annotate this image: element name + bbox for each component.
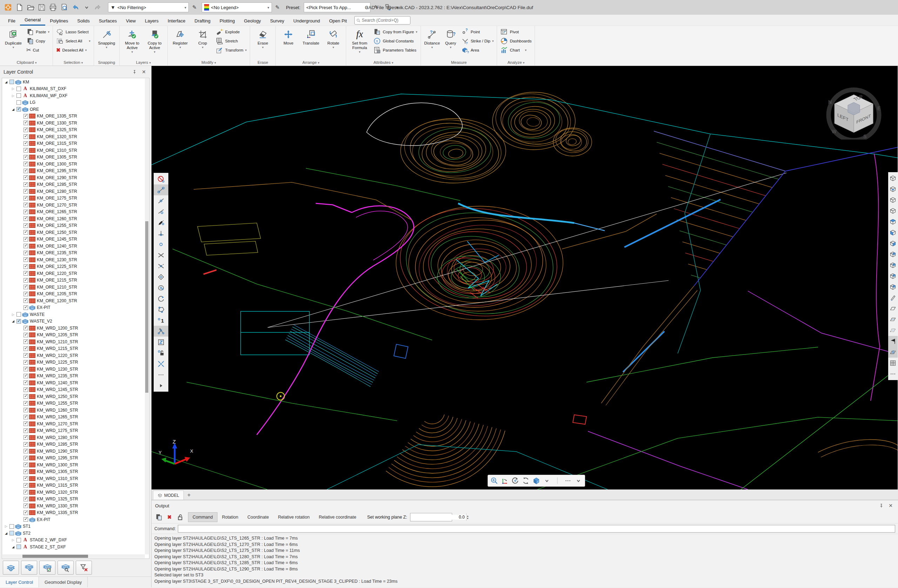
tree-item[interactable]: A KM_ORE_1255_STR	[3, 222, 145, 229]
open-file-icon[interactable]	[25, 2, 36, 12]
tree-item[interactable]: A KM_ORE_1305_STR	[3, 154, 145, 161]
snap-quadrant-icon[interactable]	[154, 272, 168, 282]
ribbon-tab[interactable]: Drafting	[190, 16, 215, 26]
tree-item[interactable]: A KM_WRD_1230_STR	[3, 366, 145, 373]
tree-item[interactable]: A KM_ORE_1315_STR	[3, 140, 145, 147]
global-constants-button[interactable]: πGlobal Constants	[372, 37, 418, 45]
tree-checkbox[interactable]	[23, 326, 28, 330]
view-iso-icon[interactable]	[888, 173, 898, 184]
tree-checkbox[interactable]	[23, 353, 28, 358]
tree-checkbox[interactable]	[17, 319, 21, 324]
view-more-icon[interactable]	[888, 368, 898, 379]
tree-checkbox[interactable]	[23, 435, 28, 440]
ribbon-tab[interactable]: Surfaces	[94, 16, 121, 26]
snap-expand-icon[interactable]	[154, 380, 168, 391]
deselect-all-button[interactable]: ✖Deselect All▾	[55, 46, 92, 54]
tree-checkbox[interactable]	[23, 511, 28, 515]
close-output-icon[interactable]: ✕	[887, 503, 895, 508]
navigation-cube[interactable]: N E S W TOP LEFT FRONT	[824, 87, 884, 140]
tree-item[interactable]: A KM_WRD_1260_STR	[3, 407, 145, 414]
snap-vertex-icon[interactable]	[154, 326, 168, 336]
find-layer-button[interactable]	[57, 560, 74, 575]
tree-checkbox[interactable]	[23, 497, 28, 501]
tree-checkbox[interactable]	[23, 189, 28, 193]
tree-expander[interactable]	[11, 313, 15, 316]
view-corner-nw-icon[interactable]	[888, 249, 898, 260]
erase-button[interactable]: Erase▾	[252, 27, 274, 49]
view-corner-sw-icon[interactable]	[888, 271, 898, 281]
tree-checkbox[interactable]	[23, 387, 28, 392]
snap-nearest-icon[interactable]	[154, 206, 168, 217]
tree-item[interactable]: A KM_ORE_1285_STR	[3, 181, 145, 188]
isolate-layer-button[interactable]	[3, 560, 19, 575]
tree-checkbox[interactable]	[17, 100, 21, 105]
view-side-icon[interactable]	[888, 238, 898, 249]
tree-checkbox[interactable]	[23, 278, 28, 282]
copy-from-figure-button[interactable]: Copy from Figure▾	[372, 28, 418, 36]
tree-item[interactable]: A KM_WRD_1305_STR	[3, 468, 145, 476]
snap-single-point-icon[interactable]	[154, 315, 168, 326]
tree-item[interactable]: A KM_ORE_1290_STR	[3, 174, 145, 181]
tree-item[interactable]: A KM_ORE_1300_STR	[3, 161, 145, 167]
tree-checkbox[interactable]	[23, 121, 28, 125]
search-input[interactable]	[362, 18, 408, 23]
tree-item[interactable]: A KM_WRD_1200_STR	[3, 325, 145, 332]
tree-item[interactable]: A KM_WRD_1225_STR	[3, 359, 145, 366]
snap-polygon-icon[interactable]	[154, 304, 168, 315]
tree-item[interactable]: A KM_ORE_1220_STR	[3, 270, 145, 277]
add-view-tab-button[interactable]: +	[184, 491, 194, 500]
view-iso-ne-icon[interactable]	[888, 206, 898, 216]
snap-tangent-icon[interactable]	[154, 282, 168, 293]
tree-checkbox[interactable]	[23, 230, 28, 235]
transform-button[interactable]: Transform▾	[214, 46, 248, 54]
query-button[interactable]: ? Query▾	[442, 27, 459, 49]
tree-checkbox[interactable]	[23, 339, 28, 344]
tree-checkbox[interactable]	[23, 367, 28, 371]
filter-combobox[interactable]: ▼ <No Filtering> ▾	[108, 3, 189, 12]
tree-checkbox[interactable]	[23, 346, 28, 351]
tree-checkbox[interactable]	[17, 312, 21, 316]
move-to-active-button[interactable]: Move to Active▾	[121, 27, 143, 54]
point-button[interactable]: ?Point	[460, 28, 495, 36]
paste-button[interactable]: Paste▾	[25, 28, 51, 36]
tree-checkbox[interactable]	[23, 298, 28, 303]
strike-dip-button[interactable]: ?Strike / Dip▾	[460, 37, 495, 45]
panel-tab[interactable]: Layer Control	[0, 577, 39, 587]
tree-checkbox[interactable]	[23, 401, 28, 406]
snap-more-icon[interactable]	[154, 369, 168, 380]
orbit-icon[interactable]	[511, 476, 520, 486]
lock-log-button[interactable]	[175, 513, 185, 522]
output-tab[interactable]: Rotation	[217, 512, 243, 522]
close-panel-icon[interactable]: ✕	[140, 69, 148, 75]
tree-checkbox[interactable]	[23, 169, 28, 173]
tree-checkbox[interactable]	[23, 162, 28, 166]
tree-item[interactable]: A KM_WRD_1265_STR	[3, 414, 145, 421]
tree-item[interactable]: A KM_ORE_1295_STR	[3, 167, 145, 175]
tree-item[interactable]: A KM_WRD_1330_STR	[3, 502, 145, 510]
section-cut-icon[interactable]	[888, 292, 898, 303]
tree-expander[interactable]	[4, 525, 8, 528]
output-tab[interactable]: Command	[188, 512, 217, 522]
working-plane-spinner[interactable]: ▲▼	[466, 513, 469, 521]
toolbar-options-caret[interactable]: ▾	[396, 5, 398, 10]
tree-checkbox[interactable]	[23, 175, 28, 180]
tree-item[interactable]: A KM_WRD_1210_STR	[3, 338, 145, 345]
tree-checkbox[interactable]	[23, 442, 28, 447]
tree-vertical-scrollbar[interactable]	[145, 78, 149, 554]
tree-item[interactable]: A KM_ORE_1265_STR	[3, 209, 145, 216]
nav-sep[interactable]	[552, 476, 562, 486]
tree-checkbox[interactable]	[23, 483, 28, 488]
no-snap-icon[interactable]	[154, 173, 168, 184]
panel-tab[interactable]: Geomodel Display	[39, 577, 88, 587]
tree-checkbox[interactable]	[23, 134, 28, 139]
tree-checkbox[interactable]	[23, 223, 28, 228]
ribbon-tab[interactable]: Open Pit	[324, 16, 352, 26]
clear-log-button[interactable]: ✖	[165, 513, 174, 522]
tree-checkbox[interactable]	[23, 114, 28, 118]
tree-item[interactable]: A STAGE 2_WF_DXF	[3, 537, 145, 544]
tree-checkbox[interactable]	[23, 251, 28, 255]
tree-expander[interactable]	[11, 107, 15, 111]
tree-checkbox[interactable]	[23, 415, 28, 419]
check-layers-button[interactable]	[39, 560, 55, 575]
snap-apparent-intersection-icon[interactable]	[154, 261, 168, 272]
